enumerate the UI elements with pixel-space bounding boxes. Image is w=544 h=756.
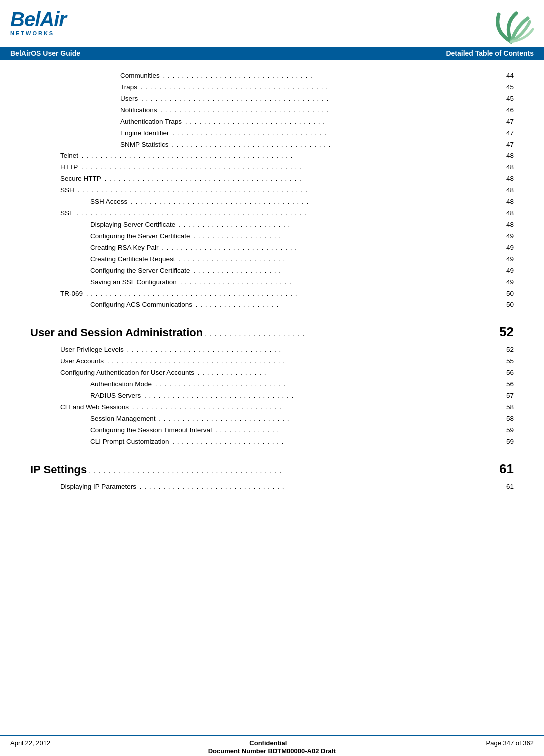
toc-entry: Displaying IP Parameters . . . . . . . .… <box>30 482 514 492</box>
logo-text: BelAir <box>10 9 66 29</box>
toc-entry: SSH . . . . . . . . . . . . . . . . . . … <box>30 185 514 196</box>
toc-entry: Configuring ACS Communications . . . . .… <box>30 300 514 310</box>
toc-entry: HTTP . . . . . . . . . . . . . . . . . .… <box>30 162 514 173</box>
toc-entry: SSH Access . . . . . . . . . . . . . . .… <box>30 197 514 207</box>
footer-doc-number: Document Number BDTM00000-A02 Draft <box>10 747 534 755</box>
toc-content: Communities . . . . . . . . . . . . . . … <box>0 60 544 503</box>
page-footer: April 22, 2012 Confidential Page 347 of … <box>0 735 544 756</box>
toc-entry: User Accounts . . . . . . . . . . . . . … <box>30 356 514 367</box>
toc-entry: CLI Prompt Customization . . . . . . . .… <box>30 437 514 447</box>
logo-networks: NETWORKS <box>10 30 66 36</box>
title-bar-right: Detailed Table of Contents <box>446 49 534 57</box>
toc-entry: Configuring the Server Certificate . . .… <box>30 266 514 276</box>
toc-entries-ip-settings: Displaying IP Parameters . . . . . . . .… <box>30 482 514 492</box>
toc-entry: SSL . . . . . . . . . . . . . . . . . . … <box>30 208 514 219</box>
toc-entry: Session Management . . . . . . . . . . .… <box>30 414 514 424</box>
toc-entry: SNMP Statistics . . . . . . . . . . . . … <box>30 140 514 150</box>
page-header: BelAir NETWORKS <box>0 0 544 47</box>
toc-entry: Engine Identifier . . . . . . . . . . . … <box>30 128 514 139</box>
toc-entry: Secure HTTP . . . . . . . . . . . . . . … <box>30 174 514 184</box>
logo-icon <box>489 9 529 42</box>
toc-entry: Displaying Server Certificate . . . . . … <box>30 220 514 230</box>
toc-entry: Users . . . . . . . . . . . . . . . . . … <box>30 94 514 104</box>
toc-entry: Telnet . . . . . . . . . . . . . . . . .… <box>30 151 514 161</box>
section-heading-ip-settings: IP Settings . . . . . . . . . . . . . . … <box>30 461 514 477</box>
toc-entry: Creating Certificate Request . . . . . .… <box>30 254 514 265</box>
toc-entry: TR-069 . . . . . . . . . . . . . . . . .… <box>30 289 514 299</box>
toc-entry: Configuring the Server Certificate . . .… <box>30 231 514 242</box>
toc-entry: CLI and Web Sessions . . . . . . . . . .… <box>30 402 514 413</box>
section-heading-user-session: User and Session Administration . . . . … <box>30 324 514 340</box>
toc-entry: User Privilege Levels . . . . . . . . . … <box>30 345 514 355</box>
toc-entry: RADIUS Servers . . . . . . . . . . . . .… <box>30 391 514 401</box>
toc-entry: Creating RSA Key Pair . . . . . . . . . … <box>30 243 514 253</box>
toc-entries-top: Communities . . . . . . . . . . . . . . … <box>30 71 514 310</box>
footer-confidential: Confidential <box>249 739 287 747</box>
title-bar: BelAirOS User Guide Detailed Table of Co… <box>0 47 544 60</box>
toc-entry: Notifications . . . . . . . . . . . . . … <box>30 105 514 116</box>
toc-entry: Communities . . . . . . . . . . . . . . … <box>30 71 514 81</box>
toc-entry: Configuring Authentication for User Acco… <box>30 368 514 378</box>
toc-entry: Authentication Mode . . . . . . . . . . … <box>30 379 514 390</box>
toc-entry: Saving an SSL Configuration . . . . . . … <box>30 277 514 288</box>
belair-logo: BelAir NETWORKS <box>10 9 66 36</box>
toc-entry: Authentication Traps . . . . . . . . . .… <box>30 117 514 127</box>
toc-entry: Configuring the Session Timeout Interval… <box>30 425 514 436</box>
title-bar-left: BelAirOS User Guide <box>10 49 80 57</box>
footer-date: April 22, 2012 <box>10 739 50 747</box>
footer-page: Page 347 of 362 <box>486 739 534 747</box>
toc-entries-user-session: User Privilege Levels . . . . . . . . . … <box>30 345 514 447</box>
toc-entry: Traps . . . . . . . . . . . . . . . . . … <box>30 82 514 93</box>
